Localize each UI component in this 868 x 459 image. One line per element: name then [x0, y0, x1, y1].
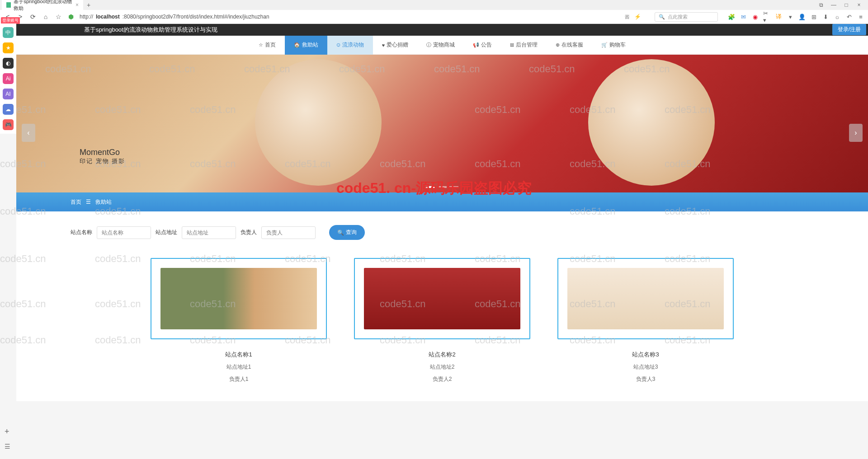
search-section: 站点名称 站点地址 负责人 🔍 查询	[16, 211, 868, 249]
login-badge[interactable]: 登录账号	[1, 17, 20, 24]
nav-announcement[interactable]: 📢公告	[464, 36, 501, 55]
carousel-dot-1[interactable]	[426, 186, 435, 188]
shield-icon[interactable]: ⬢	[67, 13, 75, 21]
input-station-addr[interactable]	[182, 226, 236, 239]
tab-title: 基于springboot的流浪动物救助	[14, 0, 73, 12]
avatar-icon[interactable]: 👤	[798, 13, 806, 20]
download-icon[interactable]: ⬇	[822, 13, 829, 20]
search-icon: 🔍	[337, 230, 344, 236]
url-host: localhost	[96, 14, 120, 20]
search-icon: 🔍	[659, 14, 665, 20]
house-icon: 🏠	[294, 42, 300, 48]
restore-icon[interactable]: ⧉	[817, 2, 825, 8]
menu-icon[interactable]: ≡	[857, 13, 864, 20]
translate-icon[interactable]: 酱	[625, 14, 630, 20]
window-controls: ⧉ — □ ×	[817, 2, 866, 8]
card-address: 站点地址2	[354, 363, 530, 371]
nav-home[interactable]: ☆首页	[250, 36, 285, 55]
grid-icon[interactable]: ⊞	[810, 13, 817, 20]
banner-image	[16, 55, 868, 192]
card-title: 站点名称1	[151, 351, 327, 359]
search-placeholder: 点此搜索	[668, 14, 688, 20]
nav-donation[interactable]: ♥爱心捐赠	[373, 36, 418, 55]
banner-logo-sub: 印记 宠物 摄影	[80, 157, 125, 165]
translate-ext-icon[interactable]: 译	[775, 13, 782, 20]
page-content: 基于springboot的流浪动物救助管理系统设计与实现 登录/注册 ☆首页 🏠…	[16, 24, 868, 401]
ext-icon-3[interactable]: ◐	[3, 58, 14, 69]
settings-icon[interactable]: ☼	[834, 13, 841, 20]
restore-tab-icon[interactable]: ↶	[845, 13, 853, 20]
dog-image-2	[588, 59, 715, 186]
lightning-icon[interactable]: ⚡	[634, 14, 641, 20]
dropdown-icon[interactable]: ▾	[787, 13, 794, 20]
station-card-1[interactable]: 站点名称1 站点地址1 负责人1	[151, 258, 327, 383]
weibo-icon[interactable]: ◉	[751, 13, 759, 20]
login-register-button[interactable]: 登录/注册	[832, 24, 866, 35]
ext-icon-1[interactable]: 中	[3, 27, 14, 38]
reload-button[interactable]: ⟳	[29, 13, 37, 21]
home-button[interactable]: ⌂	[42, 13, 50, 21]
minimize-icon[interactable]: —	[830, 2, 837, 8]
card-frame	[151, 258, 327, 339]
scissors-icon[interactable]: ✂▾	[763, 13, 770, 20]
label-person: 负责人	[241, 229, 257, 236]
ext-icon-6[interactable]: ☁	[3, 104, 14, 115]
extension-icon[interactable]: 🧩	[728, 13, 735, 20]
extension-sidebar: 中 ★ ◐ Ai AI ☁ 🎮	[0, 23, 16, 134]
carousel-prev-button[interactable]: ‹	[22, 124, 35, 142]
close-icon[interactable]: ×	[75, 2, 79, 8]
station-card-2[interactable]: 站点名称2 站点地址2 负责人2	[354, 258, 530, 383]
ext-icon-7[interactable]: 🎮	[3, 119, 14, 130]
card-title: 站点名称2	[354, 351, 530, 359]
card-person: 负责人3	[557, 375, 734, 383]
address-bar: < > ⟳ ⌂ ☆ ⬢ http://localhost:8080/spring…	[0, 10, 868, 23]
card-image	[160, 268, 317, 329]
url-prefix: http://	[80, 14, 93, 20]
query-label: 查询	[346, 229, 357, 236]
ext-icon-2[interactable]: ★	[3, 42, 14, 53]
card-address: 站点地址3	[557, 363, 734, 371]
banner-logo-main: MomentGo	[80, 148, 125, 157]
card-image	[567, 268, 724, 329]
dashboard-icon: ⊞	[510, 42, 514, 48]
station-card-3[interactable]: 站点名称3 站点地址3 负责人3	[557, 258, 734, 383]
card-person: 负责人2	[354, 375, 530, 383]
nav-admin[interactable]: ⊞后台管理	[501, 36, 547, 55]
info-icon: ⓘ	[426, 42, 431, 48]
input-person[interactable]	[261, 226, 316, 239]
carousel-dot-3[interactable]	[449, 186, 458, 188]
url-path: :8080/springboot2dlv7/front/dist/index.h…	[123, 14, 269, 20]
nav-customer-service[interactable]: ⊕在线客服	[547, 36, 592, 55]
mail-icon[interactable]: ✉	[740, 13, 747, 20]
nav-stray-animals[interactable]: ⊙流浪动物	[327, 36, 373, 55]
breadcrumb-home[interactable]: 首页	[71, 198, 81, 206]
card-frame	[354, 258, 530, 339]
card-address: 站点地址1	[151, 363, 327, 371]
nav-cart[interactable]: 🛒购物车	[592, 36, 635, 55]
browser-search-input[interactable]: 🔍 点此搜索	[655, 12, 718, 22]
circle-icon: ⊙	[336, 42, 340, 48]
card-image	[364, 268, 520, 329]
browser-tab[interactable]: 基于springboot的流浪动物救助 ×	[2, 0, 83, 13]
heart-icon: ♥	[382, 42, 385, 48]
query-button[interactable]: 🔍 查询	[329, 225, 365, 240]
input-station-name[interactable]	[97, 226, 151, 239]
label-station-name: 站点名称	[71, 229, 92, 236]
dog-image-1	[255, 59, 382, 186]
nav-pet-mall[interactable]: ⓘ宠物商城	[417, 36, 464, 55]
breadcrumb-current: 救助站	[95, 198, 112, 206]
site-title: 基于springboot的流浪动物救助管理系统设计与实现	[84, 26, 217, 34]
carousel-next-button[interactable]: ›	[849, 124, 863, 142]
browser-chrome: 基于springboot的流浪动物救助 × + ⧉ — □ × < > ⟳ ⌂ …	[0, 0, 868, 24]
url-input[interactable]: http://localhost:8080/springboot2dlv7/fr…	[80, 14, 620, 20]
ext-icon-5[interactable]: AI	[3, 89, 14, 99]
maximize-icon[interactable]: □	[843, 2, 850, 8]
toolbar-icons: 🧩 ✉ ◉ ✂▾ 译 ▾ 👤 ⊞ ⬇ ☼ ↶ ≡	[728, 13, 864, 20]
ext-icon-4[interactable]: Ai	[3, 73, 14, 84]
new-tab-button[interactable]: +	[87, 1, 90, 9]
carousel-dot-2[interactable]	[438, 186, 447, 188]
close-window-icon[interactable]: ×	[855, 2, 863, 8]
breadcrumb: 首页 ☰ 救助站	[16, 192, 868, 211]
favorite-button[interactable]: ☆	[54, 13, 62, 21]
nav-rescue-station[interactable]: 🏠救助站	[285, 36, 327, 55]
